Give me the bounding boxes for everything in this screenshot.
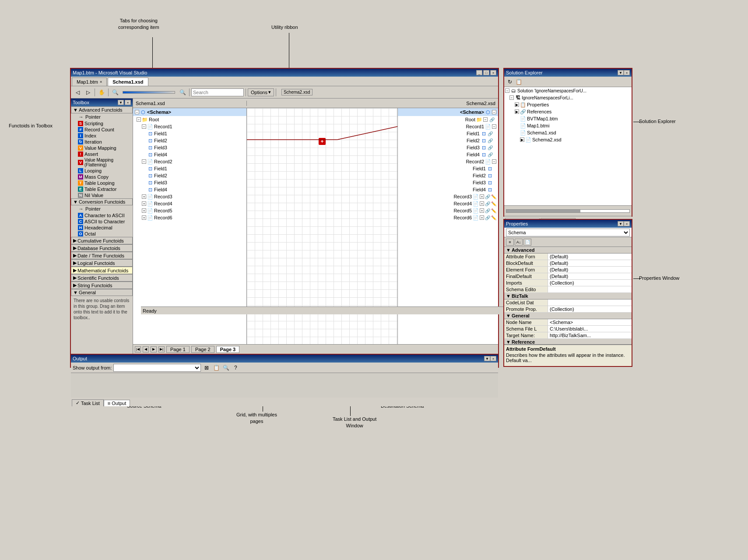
output-tab-output[interactable]: ≡ Output bbox=[104, 400, 130, 406]
se-scroll-thumb[interactable] bbox=[506, 210, 580, 212]
source-record6[interactable]: + 📄 Record6 bbox=[133, 214, 246, 221]
toolbox-item-record-count[interactable]: # Record Count bbox=[71, 127, 133, 133]
output-x-btn[interactable]: × bbox=[490, 356, 496, 361]
se-map1btmi-node[interactable]: 📄 Map1.btmi bbox=[504, 122, 632, 129]
source-r2-exp[interactable]: − bbox=[142, 159, 146, 164]
source-r5-exp[interactable]: + bbox=[142, 208, 146, 213]
props-section-advanced[interactable]: ▼ Advanced bbox=[504, 247, 632, 254]
source-r2-f4[interactable]: ⊡ Field4 bbox=[133, 186, 246, 193]
se-schema2-node[interactable]: ▶ 📄 Schema2.xsd bbox=[504, 136, 632, 143]
source-r1-f4[interactable]: ⊡ Field4 bbox=[133, 151, 246, 158]
toolbar-back-btn[interactable]: ◁ bbox=[73, 88, 82, 97]
source-root-exp[interactable]: − bbox=[137, 117, 141, 122]
props-x-btn[interactable]: × bbox=[624, 221, 630, 226]
source-schema-root[interactable]: − ⬡ <Schema> bbox=[133, 108, 246, 116]
toolbox-item-index[interactable]: I Index bbox=[71, 133, 133, 139]
page-prev-btn[interactable]: ◀ bbox=[143, 346, 149, 352]
dest-r2-exp[interactable]: − bbox=[492, 159, 496, 164]
page-last-btn[interactable]: ▶| bbox=[158, 346, 165, 352]
toolbox-section-datetime[interactable]: ▶ Date / Time Functoids bbox=[71, 252, 133, 259]
zoom-slider[interactable] bbox=[123, 91, 175, 94]
toolbox-item-value-mapping[interactable]: V Value Mapping bbox=[71, 145, 133, 151]
source-record4[interactable]: + 📄 Record4 bbox=[133, 200, 246, 207]
tab-schema1xsd[interactable]: Schema1.xsd bbox=[108, 77, 148, 86]
tab-close-icon[interactable]: × bbox=[100, 80, 102, 84]
props-sort-alpha-btn[interactable]: A↓ bbox=[515, 239, 523, 246]
source-root-node[interactable]: − 📁 Root bbox=[133, 116, 246, 123]
props-pages-btn[interactable]: 📄 bbox=[523, 239, 531, 246]
output-copy-btn[interactable]: 📋 bbox=[212, 364, 220, 372]
output-help-btn[interactable]: ? bbox=[232, 364, 239, 372]
source-r3-exp[interactable]: + bbox=[142, 194, 146, 199]
toolbox-section-database[interactable]: ▶ Database Functoids bbox=[71, 244, 133, 252]
source-record2[interactable]: − 📄 Record2 bbox=[133, 158, 246, 165]
source-root-expander[interactable]: − bbox=[135, 110, 139, 114]
minimize-button[interactable]: _ bbox=[476, 70, 482, 75]
source-record3[interactable]: + 📄 Record3 bbox=[133, 193, 246, 200]
se-x-btn[interactable]: × bbox=[624, 70, 630, 75]
toolbox-section-string[interactable]: ▶ String Functoids bbox=[71, 282, 133, 289]
source-r6-exp[interactable]: + bbox=[142, 215, 146, 220]
page-next-btn[interactable]: ▶ bbox=[151, 346, 157, 352]
toolbox-item-scripting[interactable]: S Scripting bbox=[71, 120, 133, 127]
dest-r3-exp[interactable]: + bbox=[480, 194, 484, 199]
toolbox-section-mathematical[interactable]: ▶ Mathematical Functoids bbox=[71, 267, 133, 274]
dest-record2[interactable]: Record2 📄 − bbox=[398, 158, 498, 165]
toolbox-item-table-extractor[interactable]: E Table Extractor bbox=[71, 186, 133, 192]
toolbox-item-pointer2[interactable]: → Pointer bbox=[71, 205, 133, 212]
toolbar-hand-btn[interactable]: ✋ bbox=[97, 88, 106, 97]
dest-r5-exp[interactable]: + bbox=[480, 208, 484, 213]
source-record1[interactable]: − 📄 Record1 bbox=[133, 123, 246, 130]
dest-r1-f2[interactable]: Field2 ⊡ 🔗 bbox=[398, 137, 498, 144]
se-props-exp[interactable]: ▶ bbox=[515, 102, 519, 107]
se-schema1-node[interactable]: 📄 Schema1.xsd bbox=[504, 129, 632, 136]
dest-r4-exp[interactable]: + bbox=[480, 201, 484, 206]
solution-exp[interactable]: − bbox=[505, 88, 509, 93]
dest-schema-root[interactable]: <Schema> ⬡ − bbox=[398, 108, 498, 116]
source-r2-f1[interactable]: ⊡ Field1 bbox=[133, 165, 246, 172]
source-record5[interactable]: + 📄 Record5 bbox=[133, 207, 246, 214]
toolbar-zoom-in-btn[interactable]: 🔍 bbox=[178, 88, 187, 97]
dest-record6[interactable]: Record6 📄 + 🔗 ✏️ bbox=[398, 214, 498, 221]
options-button[interactable]: Options ▾ bbox=[248, 88, 274, 96]
toolbar-forward-btn[interactable]: ▷ bbox=[83, 88, 93, 97]
page-tab-1[interactable]: Page 1 bbox=[166, 346, 190, 353]
dest-r1-f3[interactable]: Field3 ⊡ 🔗 bbox=[398, 144, 498, 151]
search-input[interactable] bbox=[191, 88, 244, 96]
page-first-btn[interactable]: |◀ bbox=[135, 346, 141, 352]
dest-record4[interactable]: Record4 📄 + 🔗 ✏️ bbox=[398, 200, 498, 207]
solution-node[interactable]: − 🗂 Solution 'IgnoreNamespacesForU... bbox=[504, 87, 632, 94]
toolbox-item-iteration[interactable]: ↻ Iteration bbox=[71, 139, 133, 145]
project-node[interactable]: − 🏗 IgnoreNamespacesForLi... bbox=[504, 94, 632, 101]
dest-r1-exp[interactable]: − bbox=[492, 124, 496, 129]
toolbox-item-value-mapping-flat[interactable]: V Value Mapping (Flattening) bbox=[71, 157, 133, 168]
output-clear-btn[interactable]: ⊠ bbox=[203, 364, 211, 372]
se-bvtmap1-node[interactable]: 📄 BVTMap1.btm bbox=[504, 115, 632, 122]
toolbox-x-btn[interactable]: × bbox=[125, 100, 131, 105]
source-r2-f2[interactable]: ⊡ Field2 bbox=[133, 172, 246, 179]
dest-r1-f4[interactable]: Field4 ⊡ 🔗 bbox=[398, 151, 498, 158]
source-r1-f2[interactable]: ⊡ Field2 bbox=[133, 137, 246, 144]
output-find-btn[interactable]: 🔍 bbox=[222, 364, 230, 372]
toolbox-section-scientific[interactable]: ▶ Scientific Functoids bbox=[71, 274, 133, 282]
dest-record1[interactable]: Record1 📄 − bbox=[398, 123, 498, 130]
dest-root-node[interactable]: Root 📁 − 🔗 bbox=[398, 116, 498, 123]
toolbox-section-cumulative[interactable]: ▶ Cumulative Functoids bbox=[71, 237, 133, 244]
toolbox-item-hexadecimal[interactable]: H Hexadecimal bbox=[71, 225, 133, 231]
props-section-reference[interactable]: ▼ Reference bbox=[504, 339, 632, 344]
toolbox-item-ascii-to-char[interactable]: C ASCII to Character bbox=[71, 218, 133, 225]
restore-button[interactable]: □ bbox=[483, 70, 489, 75]
toolbox-item-octal[interactable]: O Octal bbox=[71, 231, 133, 237]
page-tab-3[interactable]: Page 3 bbox=[216, 346, 239, 353]
se-references-node[interactable]: ▶ 🔗 References bbox=[504, 108, 632, 115]
toolbox-section-advanced[interactable]: ▼ Advanced Functoids bbox=[71, 106, 133, 113]
tab-map1btm[interactable]: Map1.btm × bbox=[72, 77, 107, 86]
source-r1-f1[interactable]: ⊡ Field1 bbox=[133, 130, 246, 137]
dest-record3[interactable]: Record3 📄 + 🔗 ✏️ bbox=[398, 193, 498, 200]
props-pin-btn[interactable]: ▼ bbox=[618, 221, 624, 226]
props-section-biztalk[interactable]: ▼ BizTalk bbox=[504, 293, 632, 299]
source-r2-f3[interactable]: ⊡ Field3 bbox=[133, 179, 246, 186]
toolbox-section-conversion[interactable]: ▼ Conversion Functoids bbox=[71, 198, 133, 205]
toolbar-zoom-out-btn[interactable]: 🔍 bbox=[110, 88, 120, 97]
dest-r2-f3[interactable]: Field3 ⊡ bbox=[398, 179, 498, 186]
